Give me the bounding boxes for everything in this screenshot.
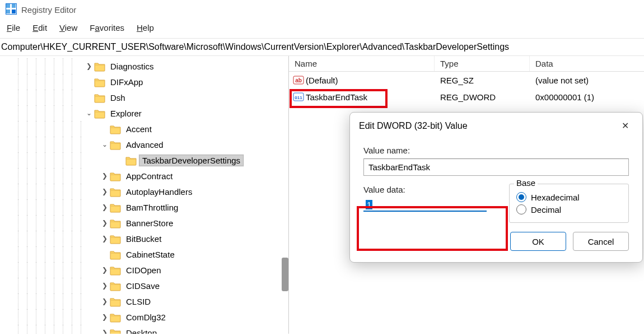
svg-rect-2 — [6, 10, 10, 13]
folder-icon — [110, 264, 121, 275]
folder-icon — [110, 186, 121, 197]
address-bar[interactable]: Computer\HKEY_CURRENT_USER\Software\Micr… — [0, 39, 644, 56]
tree-item[interactable]: ❯BannerStore — [0, 215, 288, 231]
list-header[interactable]: Name Type Data — [289, 56, 644, 72]
tree-item[interactable]: ❯CIDSave — [0, 278, 288, 293]
expander-icon[interactable]: ❯ — [100, 219, 110, 227]
folder-icon — [110, 202, 121, 212]
expander-icon[interactable]: ⌄ — [84, 109, 94, 117]
menu-edit[interactable]: Edit — [32, 23, 47, 32]
list-row[interactable]: 011TaskbarEndTaskREG_DWORD0x00000001 (1) — [289, 88, 644, 105]
expander-icon[interactable]: ❯ — [100, 297, 110, 305]
tree-label: Diagnostics — [108, 61, 157, 72]
col-header-type[interactable]: Type — [435, 56, 530, 71]
base-fieldset: Base Hexadecimal Decimal — [509, 184, 629, 223]
menu-bar: File Edit View Favorites Help — [0, 20, 644, 39]
tree-item[interactable]: ❯Desktop — [0, 325, 288, 334]
tree-item[interactable]: ❯BamThrottling — [0, 199, 288, 215]
reg-value-icon: ab — [292, 74, 305, 86]
value-name: (Default) — [306, 76, 338, 85]
tree-label: CLSID — [123, 296, 153, 307]
tree-item[interactable]: ⌄Advanced — [0, 137, 288, 152]
tree-item[interactable]: DIFxApp — [0, 74, 288, 90]
ok-button[interactable]: OK — [510, 232, 566, 251]
value-data: (value not set) — [530, 76, 644, 85]
svg-text:011: 011 — [295, 95, 302, 100]
value-type: REG_DWORD — [435, 92, 530, 102]
folder-icon — [110, 311, 121, 322]
value-data-label: Value data: — [363, 185, 498, 194]
tree-item[interactable]: ❯Diagnostics — [0, 58, 288, 74]
expander-icon[interactable]: ❯ — [84, 62, 94, 70]
expander-icon[interactable]: ⌄ — [100, 141, 110, 148]
menu-view[interactable]: View — [59, 23, 77, 32]
list-row[interactable]: ab(Default)REG_SZ(value not set) — [289, 72, 644, 88]
radio-hexadecimal[interactable]: Hexadecimal — [516, 192, 622, 202]
menu-help[interactable]: Help — [137, 23, 154, 32]
radio-icon — [516, 204, 526, 214]
col-header-data[interactable]: Data — [530, 56, 644, 71]
tree-panel[interactable]: ❯DiagnosticsDIFxAppDsh⌄ExplorerAccent⌄Ad… — [0, 56, 289, 334]
folder-icon — [110, 139, 121, 150]
folder-icon — [94, 108, 105, 118]
tree-item[interactable]: ❯CIDOpen — [0, 262, 288, 278]
svg-text:ab: ab — [295, 77, 302, 83]
folder-icon — [125, 155, 137, 165]
title-bar: Registry Editor — [0, 0, 644, 20]
cancel-button[interactable]: Cancel — [573, 232, 629, 251]
expander-icon[interactable]: ❯ — [100, 282, 110, 290]
expander-icon[interactable]: ❯ — [100, 235, 110, 242]
menu-file[interactable]: File — [7, 23, 20, 32]
folder-icon — [110, 170, 121, 181]
radio-decimal[interactable]: Decimal — [516, 204, 622, 214]
tree-item[interactable]: TaskbarDeveloperSettings — [0, 152, 288, 168]
value-name-label: Value name: — [363, 146, 629, 155]
folder-icon — [110, 296, 121, 306]
expander-icon[interactable]: ❯ — [100, 313, 110, 321]
value-name-field[interactable]: TaskbarEndTask — [363, 158, 629, 176]
tree-item[interactable]: CabinetState — [0, 246, 288, 262]
expander-icon[interactable]: ❯ — [100, 203, 110, 211]
tree-label: Advanced — [123, 139, 166, 150]
tree-label: CIDSave — [123, 281, 162, 291]
tree-item[interactable]: ❯AppContract — [0, 168, 288, 184]
tree-label: BannerStore — [123, 218, 176, 228]
tree-item[interactable]: ❯BitBucket — [0, 231, 288, 246]
expander-icon[interactable]: ❯ — [100, 188, 110, 195]
folder-icon — [110, 123, 121, 134]
col-header-name[interactable]: Name — [289, 56, 435, 71]
folder-icon — [94, 60, 105, 71]
tree-item[interactable]: ❯ComDlg32 — [0, 309, 288, 325]
folder-icon — [110, 233, 121, 244]
tree-label: BitBucket — [123, 234, 164, 244]
folder-icon — [94, 92, 105, 102]
value-type: REG_SZ — [435, 76, 530, 85]
tree-label: BamThrottling — [123, 202, 181, 213]
scrollbar-thumb[interactable] — [282, 258, 288, 291]
window-title: Registry Editor — [21, 5, 76, 15]
expander-icon[interactable]: ❯ — [100, 172, 110, 180]
tree-label: CabinetState — [123, 249, 178, 260]
tree-item[interactable]: ❯CLSID — [0, 293, 288, 309]
tree-item[interactable]: ⌄Explorer — [0, 105, 288, 121]
value-data: 0x00000001 (1) — [530, 92, 644, 102]
edit-dword-dialog: Edit DWORD (32-bit) Value ✕ Value name: … — [349, 112, 643, 263]
tree-label: Explorer — [108, 108, 144, 119]
radio-icon — [516, 192, 526, 202]
value-data-input[interactable]: 1 — [363, 198, 487, 212]
tree-label: TaskbarDeveloperSettings — [139, 155, 244, 166]
svg-rect-3 — [12, 10, 16, 13]
tree-item[interactable]: ❯AutoplayHandlers — [0, 184, 288, 199]
value-name: TaskbarEndTask — [306, 92, 367, 102]
tree-label: AppContract — [123, 171, 175, 181]
close-icon[interactable]: ✕ — [617, 119, 633, 132]
folder-icon — [110, 217, 121, 228]
tree-item[interactable]: Dsh — [0, 90, 288, 105]
expander-icon[interactable]: ❯ — [100, 329, 110, 334]
tree-label: DIFxApp — [108, 77, 146, 87]
menu-favorites[interactable]: Favorites — [90, 23, 124, 32]
expander-icon[interactable]: ❯ — [100, 266, 110, 274]
tree-item[interactable]: Accent — [0, 121, 288, 137]
tree-label: Desktop — [123, 328, 160, 334]
svg-rect-1 — [12, 4, 16, 8]
